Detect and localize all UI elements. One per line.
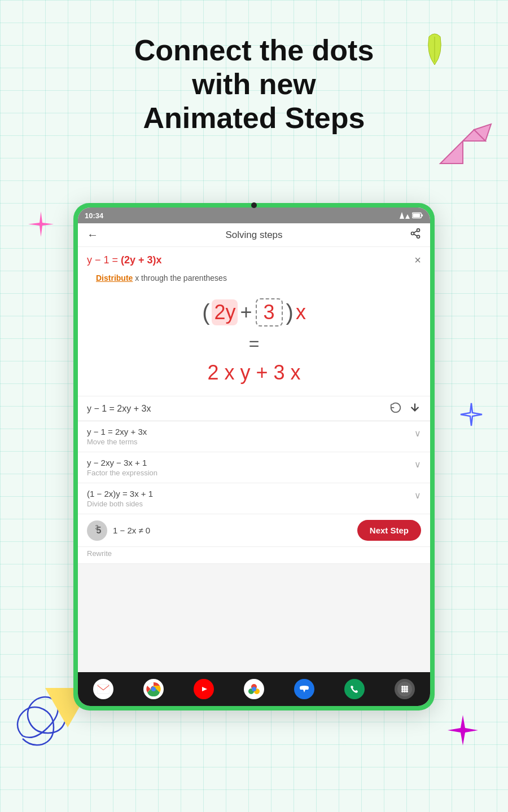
undo-button[interactable] — [389, 401, 402, 416]
step-item-label: Divide both sides — [87, 500, 153, 508]
tablet-screen: 10:34 ← Solving steps — [78, 208, 430, 706]
step-actions — [389, 401, 421, 416]
step-item[interactable]: y − 1 = 2xy + 3x Move the terms ∨ — [78, 421, 430, 452]
photos-icon[interactable] — [244, 679, 264, 699]
animation-area: ( 2y + 3 ) x = 2 x y + 3 x — [78, 287, 430, 396]
apps-logo — [397, 682, 412, 696]
step-number-badge: 3 5 — [87, 520, 107, 541]
step-item-equation: y − 2xy − 3x + 1 — [87, 458, 157, 467]
headline: Connect the dots with new Animated Steps — [0, 34, 508, 135]
messages-logo — [297, 682, 312, 696]
step-item-label: Move the terms — [87, 438, 147, 446]
svg-line-9 — [414, 234, 417, 236]
nav-title: Solving steps — [225, 230, 282, 241]
svg-point-16 — [151, 687, 156, 691]
share-icon — [410, 228, 421, 239]
svg-point-27 — [404, 686, 406, 688]
share-button[interactable] — [410, 228, 421, 242]
star-blue-decoration — [457, 400, 485, 429]
chrome-icon[interactable] — [143, 679, 164, 699]
star-pink-decoration — [25, 209, 56, 240]
svg-point-34 — [406, 690, 408, 692]
step-desc-highlight: Distribute — [96, 273, 133, 283]
tablet-camera — [251, 202, 257, 208]
youtube-icon[interactable] — [194, 679, 214, 699]
youtube-logo — [196, 683, 211, 695]
svg-point-31 — [406, 688, 408, 690]
svg-rect-24 — [347, 682, 362, 696]
equals-sign: = — [249, 333, 260, 354]
equation-header: y − 1 = (2y + 3)x × — [78, 247, 430, 271]
svg-point-28 — [406, 686, 408, 688]
svg-point-8 — [417, 235, 420, 238]
gmail-icon[interactable] — [93, 679, 113, 699]
step-item-content: y − 1 = 2xy + 3x Move the terms — [87, 427, 147, 446]
gmail-logo — [97, 684, 110, 694]
chevron-down-icon: ∨ — [414, 459, 421, 470]
step-footer: y − 1 = 2xy + 3x — [78, 396, 430, 421]
svg-rect-5 — [413, 214, 420, 217]
step-item-equation: (1 − 2x)y = 3x + 1 — [87, 489, 153, 498]
big-expression: ( 2y + 3 ) x — [202, 298, 306, 326]
step-item-content: y − 2xy − 3x + 1 Factor the expression — [87, 458, 157, 477]
nav-bar: ← Solving steps — [78, 223, 430, 247]
bottom-nav — [78, 672, 430, 706]
step-item[interactable]: y − 2xy − 3x + 1 Factor the expression ∨ — [78, 452, 430, 483]
svg-line-10 — [414, 231, 417, 232]
svg-point-33 — [404, 690, 406, 692]
chrome-logo — [146, 682, 161, 696]
svg-point-29 — [401, 688, 404, 690]
active-step-item: 3 5 1 − 2x ≠ 0 Next Step Rewrite — [78, 514, 430, 564]
step-item-equation: y − 1 = 2xy + 3x — [87, 427, 147, 436]
svg-marker-2 — [405, 214, 410, 219]
battery-icon — [412, 212, 423, 219]
step-desc-rest: x through the parentheses — [133, 273, 227, 283]
next-step-arrow-button[interactable] — [409, 401, 421, 416]
down-arrow-icon — [409, 401, 421, 413]
result-expression: 2 x y + 3 x — [207, 361, 300, 385]
rewrite-label: Rewrite — [78, 547, 430, 563]
phone-icon[interactable] — [344, 679, 365, 699]
tablet-device: 10:34 ← Solving steps — [73, 203, 435, 710]
apps-icon[interactable] — [395, 679, 415, 699]
step-description: Distribute x through the parentheses — [78, 271, 430, 287]
messages-icon[interactable] — [294, 679, 314, 699]
status-icons — [400, 212, 423, 219]
svg-point-22 — [252, 687, 256, 691]
svg-point-26 — [401, 686, 404, 688]
status-bar: 10:34 — [78, 208, 430, 223]
chevron-down-icon: ∨ — [414, 428, 421, 439]
step-item-label: Factor the expression — [87, 469, 157, 477]
active-step-row: 3 5 1 − 2x ≠ 0 Next Step — [78, 514, 430, 547]
undo-icon — [389, 401, 402, 413]
svg-marker-1 — [400, 212, 404, 219]
close-button[interactable]: × — [414, 254, 421, 267]
equation-display: y − 1 = (2y + 3)x — [87, 254, 162, 266]
star-magenta-decoration — [446, 713, 480, 747]
status-time: 10:34 — [85, 211, 103, 220]
svg-point-32 — [401, 690, 404, 692]
active-step-left: 3 5 1 − 2x ≠ 0 — [87, 520, 150, 541]
active-step-area: y − 1 = (2y + 3)x × Distribute x through… — [78, 247, 430, 421]
svg-point-7 — [411, 232, 414, 235]
svg-point-30 — [404, 688, 406, 690]
back-button[interactable]: ← — [87, 228, 98, 241]
signal-icon — [400, 212, 410, 219]
step-item-content: (1 − 2x)y = 3x + 1 Divide both sides — [87, 489, 153, 508]
step-item[interactable]: (1 − 2x)y = 3x + 1 Divide both sides ∨ — [78, 483, 430, 514]
svg-rect-4 — [421, 214, 423, 217]
active-step-equation: 1 − 2x ≠ 0 — [113, 526, 150, 535]
chevron-down-icon: ∨ — [414, 490, 421, 501]
photos-logo — [247, 682, 261, 696]
svg-point-6 — [417, 229, 420, 232]
phone-logo — [347, 682, 362, 696]
next-step-button[interactable]: Next Step — [357, 520, 421, 541]
step-result-equation: y − 1 = 2xy + 3x — [87, 404, 151, 414]
steps-list: y − 1 = 2xy + 3x Move the terms ∨ y − 2x… — [78, 421, 430, 672]
